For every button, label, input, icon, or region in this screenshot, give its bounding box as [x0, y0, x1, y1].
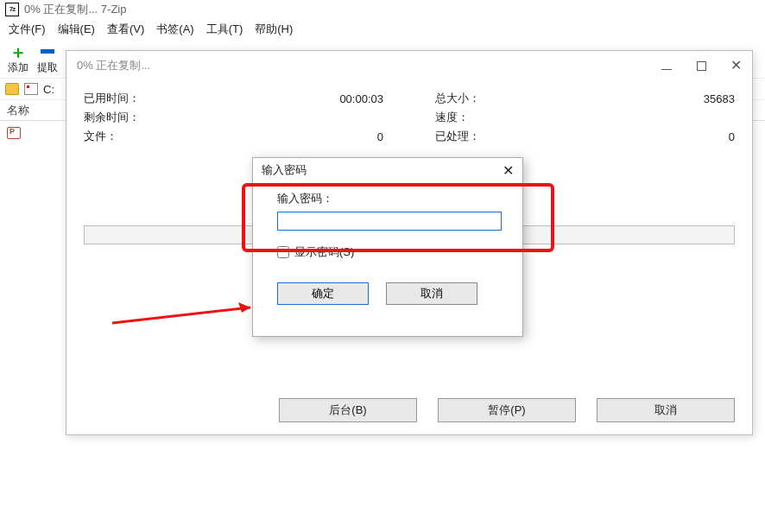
menu-edit[interactable]: 编辑(E) — [58, 22, 95, 37]
progress-dialog-titlebar[interactable]: 0% 正在复制... ✕ — [66, 51, 752, 80]
powerpoint-icon — [7, 127, 21, 139]
maximize-button[interactable] — [695, 60, 707, 72]
password-dialog: 输入密码 ✕ 输入密码： 显示密码(S) 确定 取消 — [252, 157, 523, 337]
maximize-icon — [697, 61, 706, 71]
files-label: 文件： — [84, 129, 117, 144]
password-dialog-close-button[interactable]: ✕ — [503, 162, 514, 179]
close-icon: ✕ — [730, 60, 742, 72]
minimize-button[interactable] — [661, 60, 673, 72]
plus-icon: ＋ — [9, 44, 27, 60]
menu-file[interactable]: 文件(F) — [9, 22, 46, 37]
progress-dialog-buttons: 后台(B) 暂停(P) 取消 — [84, 398, 735, 422]
window-buttons: ✕ — [661, 60, 742, 72]
remaining-label: 剩余时间： — [84, 110, 140, 125]
menu-bookmarks[interactable]: 书签(A) — [156, 22, 193, 37]
close-icon: ✕ — [503, 163, 514, 178]
app-icon — [5, 3, 19, 16]
elapsed-value: 00:00:03 — [339, 92, 383, 105]
progress-stats: 已用时间： 00:00:03 剩余时间： 文件： 0 总大小： 35683 — [84, 89, 735, 146]
show-password-checkbox[interactable] — [277, 246, 289, 258]
up-folder-icon[interactable] — [5, 83, 19, 95]
archive-icon — [24, 83, 38, 95]
elapsed-label: 已用时间： — [84, 91, 140, 106]
background-button[interactable]: 后台(B) — [279, 398, 417, 422]
menu-tools[interactable]: 工具(T) — [206, 22, 243, 37]
files-value: 0 — [377, 130, 383, 143]
password-input[interactable] — [277, 212, 502, 231]
minimize-icon — [661, 69, 672, 70]
extract-button[interactable]: 提取 — [35, 43, 60, 75]
main-titlebar: 0% 正在复制... 7-Zip — [0, 0, 765, 19]
menu-help[interactable]: 帮助(H) — [255, 22, 293, 37]
pause-button[interactable]: 暂停(P) — [438, 398, 576, 422]
close-button[interactable]: ✕ — [730, 60, 742, 72]
progress-dialog-title: 0% 正在复制... — [77, 58, 150, 73]
speed-label: 速度： — [435, 110, 469, 125]
add-button[interactable]: ＋ 添加 — [5, 43, 31, 75]
processed-label: 已处理： — [435, 129, 480, 144]
menu-view[interactable]: 查看(V) — [107, 22, 144, 37]
processed-value: 0 — [729, 130, 735, 143]
main-window-title: 0% 正在复制... 7-Zip — [24, 2, 126, 17]
password-prompt-label: 输入密码： — [277, 191, 507, 206]
password-dialog-title: 输入密码 — [262, 162, 307, 178]
minus-icon — [41, 49, 54, 54]
total-size-label: 总大小： — [435, 91, 480, 106]
address-path: C: — [43, 83, 54, 96]
cancel-button[interactable]: 取消 — [597, 398, 735, 422]
show-password-label: 显示密码(S) — [294, 244, 354, 260]
password-dialog-titlebar[interactable]: 输入密码 ✕ — [253, 158, 522, 182]
password-dialog-body: 输入密码： 显示密码(S) 确定 取消 — [253, 182, 522, 315]
menubar: 文件(F) 编辑(E) 查看(V) 书签(A) 工具(T) 帮助(H) — [0, 19, 765, 40]
ok-button[interactable]: 确定 — [277, 282, 369, 305]
add-button-label: 添加 — [5, 60, 31, 75]
password-cancel-button[interactable]: 取消 — [386, 282, 477, 305]
extract-button-label: 提取 — [35, 60, 60, 75]
total-size-value: 35683 — [704, 92, 735, 105]
